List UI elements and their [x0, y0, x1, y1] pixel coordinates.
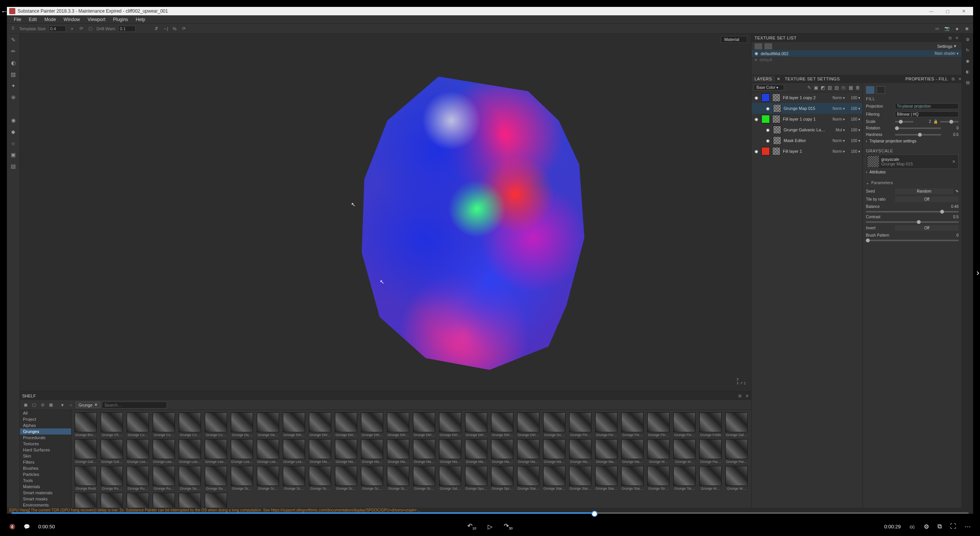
close-icon[interactable]: ✕	[745, 394, 749, 399]
expand-icon[interactable]: ›	[866, 170, 867, 174]
shelf-thumb[interactable]: Grunge Dirt…	[464, 412, 488, 437]
shelf-thumb[interactable]: Grunge Ma…	[438, 439, 462, 464]
shelf-thumb[interactable]: Grunge Stai…	[621, 466, 644, 490]
clear-map-icon[interactable]: ✕	[951, 159, 957, 164]
delete-icon[interactable]: 🗑	[856, 85, 860, 90]
scale-slider[interactable]	[895, 121, 913, 123]
display-icon[interactable]: ◉	[964, 57, 971, 64]
close-icon[interactable]: ✕	[955, 36, 959, 41]
filter-tag[interactable]: Grunge✕	[76, 402, 100, 408]
expand-icon[interactable]: ›	[866, 139, 867, 143]
clear-tag-icon[interactable]: ✕	[94, 402, 98, 407]
lock-icon[interactable]: 🔒	[933, 119, 938, 124]
shelf-thumb[interactable]: Grunge Lea…	[230, 439, 254, 464]
undock-icon[interactable]: ⧉	[952, 77, 955, 82]
visibility-icon[interactable]: ◉	[765, 106, 771, 111]
shelf-thumb[interactable]: Grunge Sc…	[334, 466, 358, 490]
mirror-icon[interactable]: ⇵	[153, 26, 159, 32]
shelf-category[interactable]: Brushes	[20, 465, 71, 471]
shelf-thumb[interactable]: Grunge Dirt…	[334, 412, 358, 437]
shelf-thumb[interactable]: Grunge Da…	[230, 412, 254, 437]
menu-file[interactable]: File	[10, 17, 25, 22]
brush-icon[interactable]: ✎	[807, 85, 811, 90]
cc-icon[interactable]: ㏄	[909, 523, 915, 531]
shelf-category[interactable]: Environments	[20, 502, 71, 508]
shelf-search-input[interactable]	[102, 402, 167, 409]
fullscreen-icon[interactable]: ⛶	[950, 523, 956, 530]
polygon-tool-icon[interactable]: ◆	[10, 128, 17, 136]
layer-row[interactable]: ◉Fill layer 1 copy 1Norm ▾100 ▾	[751, 114, 862, 124]
settings-icon[interactable]: ⚙	[924, 523, 929, 530]
shelf-category[interactable]: Project	[20, 416, 71, 422]
percent-icon[interactable]: %	[172, 26, 178, 32]
shelf-thumb[interactable]: Grunge Lea…	[178, 439, 202, 464]
shelf-thumb[interactable]: Grunge Stai…	[542, 466, 566, 490]
filter-icon[interactable]: ▼	[59, 402, 66, 409]
effect-icon[interactable]: ▣	[814, 85, 818, 90]
menu-mode[interactable]: Mode	[41, 17, 60, 22]
shelf-thumb[interactable]: Grunge Gal…	[725, 412, 748, 437]
shelf-thumb[interactable]: Grunge Ma…	[308, 439, 332, 464]
add-fill-icon[interactable]: ▧	[828, 85, 832, 90]
more-icon[interactable]: ⋯	[965, 523, 971, 530]
shelf-thumb[interactable]: Grunge Ma…	[360, 439, 384, 464]
filtering-select[interactable]: Bilinear | HQ	[895, 111, 959, 117]
collapse-icon[interactable]: ⌄	[866, 181, 869, 185]
shelf-thumb[interactable]: Grunge Sc…	[308, 466, 332, 490]
shelf-thumb[interactable]: Grunge Fin…	[595, 412, 618, 437]
projection-select[interactable]: Tri-planar projection	[895, 103, 959, 109]
layers-tab[interactable]: LAYERS	[751, 76, 775, 82]
shelf-thumb[interactable]: Grunge Co…	[152, 412, 176, 437]
invert-toggle[interactable]: Off	[895, 225, 959, 231]
texture-set-item[interactable]: ◉ defaultMat.002 Main shader ▾	[751, 50, 962, 57]
play-button[interactable]: ▷	[488, 523, 492, 530]
shelf-thumb[interactable]: Grunge Spo…	[464, 466, 488, 490]
shelf-thumb[interactable]: Grunge Dirt…	[360, 412, 384, 437]
shelf-thumb[interactable]: Grunge Da…	[256, 412, 280, 437]
seed-random-button[interactable]: Random	[895, 188, 953, 194]
visibility-icon[interactable]: ◉	[765, 138, 771, 143]
shelf-thumb[interactable]: Grunge Sc…	[412, 466, 436, 490]
shelf-thumb[interactable]: Grunge Sa…	[178, 466, 202, 490]
shelf-thumb[interactable]: Grunge Sc…	[360, 466, 384, 490]
folder-icon[interactable]: 🗀	[841, 85, 846, 90]
shelf-thumb[interactable]: Grunge Rock	[74, 466, 98, 490]
shelf-thumb[interactable]: Grunge Stai…	[516, 466, 540, 490]
history-icon[interactable]: ↻	[964, 47, 971, 54]
fill-tool-icon[interactable]: ▨	[10, 70, 17, 78]
shelf-thumb[interactable]: Grunge Ma…	[595, 439, 618, 464]
layer-row[interactable]: ◉Grunge Galvanic La…Mul ▾100 ▾	[751, 124, 862, 135]
axis-gizmo[interactable]: yx ↗ z	[737, 377, 746, 385]
add-layer-icon[interactable]: ▤	[835, 85, 839, 90]
shelf-thumb[interactable]: Grunge W…	[725, 466, 748, 490]
shelf-thumb[interactable]: Grunge Lea…	[256, 439, 280, 464]
undock-icon[interactable]: ⧉	[949, 36, 952, 41]
shelf-category[interactable]: All	[20, 410, 71, 416]
shelf-thumb[interactable]: Grunge Ma…	[386, 439, 410, 464]
shelf-thumb[interactable]: Grunge Dirt…	[308, 412, 332, 437]
log-icon[interactable]: ▤	[964, 79, 971, 86]
shelf-category[interactable]: Materials	[20, 484, 71, 490]
shelf-thumb[interactable]: Grunge Ma…	[464, 439, 488, 464]
visibility-icon[interactable]: ○	[755, 57, 757, 62]
shelf-thumb[interactable]: Grunge Spr…	[490, 466, 514, 490]
rotation-slider[interactable]	[895, 127, 941, 129]
folder-icon[interactable]: ▢	[31, 402, 38, 409]
shelf-thumb[interactable]: Grunge Ru…	[100, 466, 124, 490]
video-seek-bar[interactable]	[11, 512, 969, 514]
shelf-thumb[interactable]: Grunge Bru…	[74, 412, 98, 437]
shelf-thumb[interactable]: Grunge Sc…	[256, 466, 280, 490]
shelf-thumb[interactable]: Grunge Sc…	[230, 466, 254, 490]
close-tab-icon[interactable]: ✕	[775, 77, 782, 82]
shelf-thumb[interactable]: Grunge Lea…	[204, 439, 228, 464]
material-mode-button[interactable]	[866, 86, 874, 94]
shelf-thumb[interactable]: Grunge Ma…	[542, 439, 566, 464]
mute-icon[interactable]: 🔇	[9, 524, 15, 529]
shelf-thumb[interactable]: Grunge Dirt…	[386, 412, 410, 437]
shelf-category[interactable]: Alphas	[20, 422, 71, 428]
hide-icon[interactable]: ⊘	[39, 402, 46, 409]
scale-slider-y[interactable]	[940, 121, 959, 123]
shelf-thumb[interactable]: Grunge Lea…	[126, 439, 150, 464]
shelf-category[interactable]: Hard Surfaces	[20, 447, 71, 453]
shelf-thumb[interactable]: Grunge Ch…	[100, 412, 124, 437]
